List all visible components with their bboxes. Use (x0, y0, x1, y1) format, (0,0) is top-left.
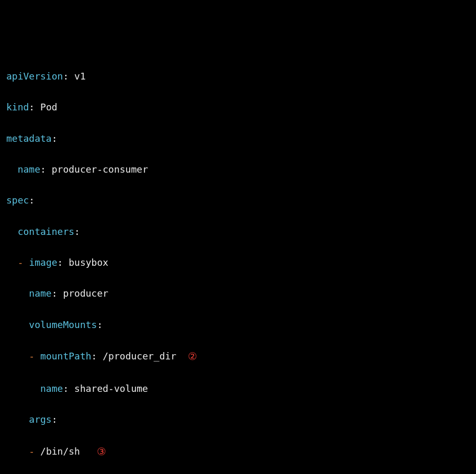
yaml-key: name (29, 288, 51, 299)
yaml-value: /bin/sh (40, 445, 80, 456)
yaml-value: busybox (69, 257, 108, 268)
yaml-key: apiVersion (6, 71, 63, 82)
yaml-dash: - (29, 351, 35, 362)
code-line: args: (6, 412, 470, 427)
yaml-key: containers (18, 226, 74, 237)
yaml-value: Pod (40, 101, 58, 112)
yaml-key: mountPath (40, 351, 92, 362)
yaml-value: /producer_dir (103, 351, 176, 362)
code-line: name: producer-consumer (6, 162, 470, 177)
code-line: name: producer (6, 286, 470, 301)
yaml-key: metadata (6, 133, 52, 144)
yaml-dash: - (18, 257, 24, 268)
code-line: - image: busybox (6, 255, 470, 270)
code-line: - /bin/sh ③ (6, 443, 470, 460)
code-line: apiVersion: v1 (6, 69, 470, 84)
yaml-key: kind (6, 101, 29, 112)
yaml-value: producer-consumer (52, 164, 148, 175)
yaml-key: volumeMounts (29, 319, 97, 330)
yaml-key: name (18, 164, 40, 175)
code-line: spec: (6, 193, 470, 208)
yaml-value: producer (63, 288, 108, 299)
yaml-key: spec (6, 195, 29, 206)
yaml-value: v1 (74, 71, 86, 82)
yaml-value: shared-volume (74, 383, 148, 394)
yaml-key: name (40, 383, 63, 394)
annotation-3: ③ (97, 443, 106, 460)
code-line: name: shared-volume (6, 381, 470, 397)
yaml-key: image (29, 257, 57, 268)
code-line: - mountPath: /producer_dir ② (6, 348, 470, 365)
yaml-key: args (29, 414, 51, 425)
code-line: containers: (6, 224, 470, 240)
code-line: volumeMounts: (6, 317, 470, 333)
code-line: kind: Pod (6, 99, 470, 115)
annotation-2: ② (188, 348, 197, 365)
yaml-dash: - (29, 445, 35, 456)
code-line: metadata: (6, 131, 470, 146)
